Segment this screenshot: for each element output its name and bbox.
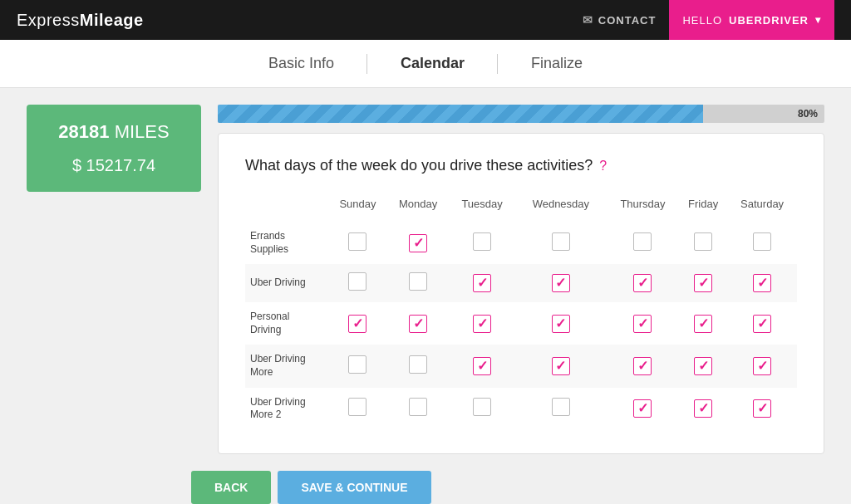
step-finalize[interactable]: Finalize [498, 55, 616, 72]
checkmark-icon: ✓ [637, 360, 648, 373]
checkbox-activity1-day3[interactable]: ✓ [552, 274, 570, 292]
step-basic-info[interactable]: Basic Info [235, 55, 367, 72]
checkbox-cell: ✓ [727, 264, 797, 302]
miles-stat: 28181 MILES [35, 121, 193, 143]
days-header-row: Sunday Monday Tuesday Wednesday Thursday… [245, 198, 797, 222]
checkbox-activity0-day4[interactable] [633, 232, 652, 251]
checkbox-cell [387, 388, 449, 430]
mail-icon: ✉ [583, 13, 593, 27]
checkmark-icon: ✓ [555, 276, 566, 290]
activity-name: PersonalDriving [245, 302, 328, 345]
activity-name: Uber DrivingMore 2 [245, 388, 328, 430]
table-row: Uber DrivingMore✓✓✓✓✓ [245, 345, 797, 387]
checkbox-activity3-day3[interactable]: ✓ [552, 357, 570, 375]
checkbox-cell: ✓ [679, 264, 727, 302]
checkmark-icon: ✓ [637, 276, 648, 290]
checkbox-activity1-day4[interactable]: ✓ [633, 274, 652, 292]
checkmark-icon: ✓ [757, 360, 768, 373]
stats-box: 28181 MILES $ 15217.74 [27, 105, 201, 192]
checkbox-activity0-day1[interactable]: ✓ [409, 234, 427, 252]
checkbox-cell: ✓ [727, 302, 797, 345]
next-button[interactable]: SAVE & CONTINUE [278, 471, 430, 504]
progress-bar-fill [218, 105, 703, 123]
checkbox-activity3-day5[interactable]: ✓ [694, 357, 712, 375]
activity-name: Uber Driving [245, 264, 328, 302]
checkbox-activity0-day6[interactable] [753, 232, 771, 251]
checkbox-activity1-day0[interactable] [348, 272, 366, 291]
checkmark-icon: ✓ [637, 317, 648, 330]
checkbox-activity4-day1[interactable] [409, 398, 427, 416]
checkbox-cell: ✓ [449, 345, 514, 387]
checkbox-activity1-day5[interactable]: ✓ [694, 274, 712, 292]
checkbox-cell [449, 222, 514, 264]
checkbox-activity3-day0[interactable] [348, 355, 366, 374]
checkmark-icon: ✓ [757, 276, 768, 290]
checkbox-activity1-day2[interactable]: ✓ [473, 274, 491, 292]
checkbox-activity2-day0[interactable]: ✓ [348, 315, 366, 333]
user-menu-button[interactable]: HELLO UBERDRIVER ▾ [669, 0, 834, 40]
step-calendar-label: Calendar [401, 55, 465, 71]
checkbox-activity0-day3[interactable] [552, 232, 570, 251]
checkbox-cell: ✓ [679, 345, 727, 387]
progress-bar-container: 80% [218, 105, 824, 123]
checkbox-activity0-day2[interactable] [473, 232, 491, 251]
checkbox-activity4-day0[interactable] [348, 398, 366, 416]
checkmark-icon: ✓ [477, 276, 488, 290]
left-panel: 28181 MILES $ 15217.74 [27, 105, 201, 454]
checkbox-activity2-day4[interactable]: ✓ [633, 315, 652, 333]
checkmark-icon: ✓ [698, 360, 709, 373]
checkbox-cell: ✓ [515, 264, 607, 302]
checkbox-cell [328, 345, 387, 387]
checkbox-cell [328, 388, 387, 430]
chevron-down-icon: ▾ [815, 14, 821, 26]
checkbox-cell: ✓ [679, 302, 727, 345]
checkbox-activity4-day6[interactable]: ✓ [753, 399, 771, 418]
back-button[interactable]: BACK [191, 471, 271, 504]
days-table: Sunday Monday Tuesday Wednesday Thursday… [245, 198, 797, 430]
checkbox-activity0-day5[interactable] [694, 232, 712, 251]
help-icon[interactable]: ? [599, 159, 607, 174]
checkbox-activity2-day5[interactable]: ✓ [694, 315, 712, 333]
checkbox-activity3-day1[interactable] [409, 355, 427, 374]
checkbox-activity2-day1[interactable]: ✓ [409, 315, 427, 333]
contact-button[interactable]: ✉ CONTACT [569, 13, 670, 27]
miles-unit: MILES [115, 121, 170, 142]
checkbox-activity4-day2[interactable] [473, 398, 491, 416]
table-row: Uber Driving✓✓✓✓✓ [245, 264, 797, 302]
checkbox-activity1-day6[interactable]: ✓ [753, 274, 771, 292]
checkbox-activity3-day2[interactable]: ✓ [473, 357, 491, 375]
activity-name: Uber DrivingMore [245, 345, 328, 387]
logo-plain: Express [17, 11, 80, 29]
checkbox-activity2-day3[interactable]: ✓ [552, 315, 570, 333]
checkbox-activity4-day3[interactable] [552, 398, 570, 416]
bottom-buttons: BACK SAVE & CONTINUE [191, 454, 851, 504]
checkbox-activity1-day1[interactable] [409, 272, 427, 291]
checkbox-cell [607, 222, 679, 264]
checkbox-activity3-day4[interactable]: ✓ [633, 357, 652, 375]
header-right: ✉ CONTACT HELLO UBERDRIVER ▾ [569, 0, 834, 40]
checkbox-activity4-day4[interactable]: ✓ [633, 399, 652, 418]
checkbox-activity2-day6[interactable]: ✓ [753, 315, 771, 333]
checkbox-activity3-day6[interactable]: ✓ [753, 357, 771, 375]
step-basic-info-label: Basic Info [268, 55, 334, 71]
checkbox-cell: ✓ [607, 345, 679, 387]
progress-label: 80% [798, 108, 818, 120]
step-calendar[interactable]: Calendar [367, 55, 498, 72]
username-label: UBERDRIVER [729, 14, 809, 27]
checkmark-icon: ✓ [698, 276, 709, 290]
checkbox-cell: ✓ [607, 264, 679, 302]
checkbox-cell [679, 222, 727, 264]
checkbox-activity0-day0[interactable] [348, 232, 366, 251]
sunday-header: Sunday [328, 198, 387, 222]
checkmark-icon: ✓ [555, 360, 566, 373]
checkbox-cell: ✓ [607, 388, 679, 430]
checkbox-cell: ✓ [387, 302, 449, 345]
checkbox-cell: ✓ [449, 264, 514, 302]
checkbox-cell [387, 345, 449, 387]
checkmark-icon: ✓ [413, 237, 424, 250]
checkbox-cell: ✓ [607, 302, 679, 345]
checkbox-activity4-day5[interactable]: ✓ [694, 399, 712, 418]
steps-nav: Basic Info Calendar Finalize [0, 40, 851, 88]
logo: ExpressMileage [17, 11, 144, 30]
checkbox-activity2-day2[interactable]: ✓ [473, 315, 491, 333]
